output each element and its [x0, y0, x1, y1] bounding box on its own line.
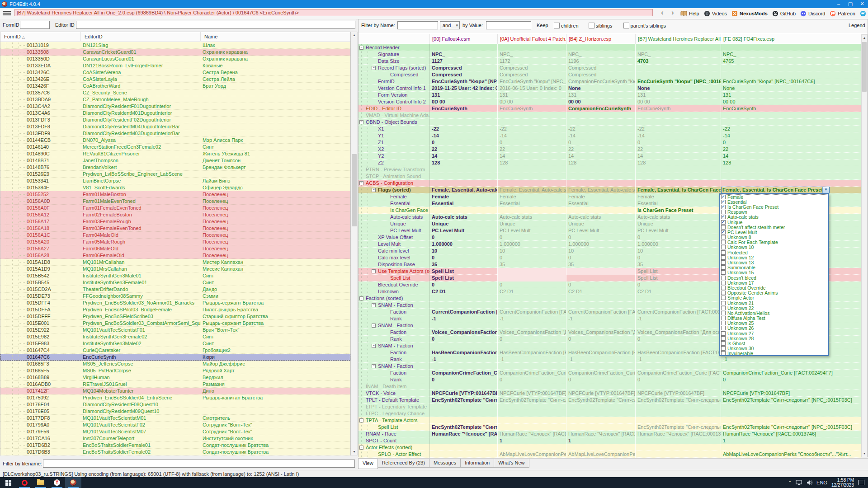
element-row-inam-death-item[interactable]: INAM - Death item [359, 383, 861, 390]
unchecked-checkbox-icon[interactable] [721, 270, 726, 275]
element-row-x2[interactable]: X22222222222 [359, 146, 861, 153]
record-row-00133508[interactable]: 00133508CaravanCricketGuard01Охранник ка… [0, 49, 350, 56]
scroll-up-icon[interactable]: ▲ [351, 32, 357, 38]
plugin-column-header-4[interactable]: [FE 082] FO4Fixes.esp [721, 34, 861, 44]
nav-back-button[interactable]: ‹ [658, 8, 667, 18]
tab-referenced-by-23-[interactable]: Referenced By (23) [377, 459, 429, 468]
element-row-y2[interactable]: Y21414141414 [359, 153, 861, 160]
flag-option-doesn-t-bleed[interactable]: Doesn't bleed [720, 275, 828, 280]
record-row-00155252[interactable]: 00155252Farm01MaleBostonПоселенец [0, 191, 350, 198]
flag-option-unknown-25[interactable]: Unknown 25 [720, 321, 828, 326]
unchecked-checkbox-icon[interactable] [721, 255, 726, 260]
flag-option-unknown-28[interactable]: Unknown 28 [720, 336, 828, 341]
record-row-0016ADB0[interactable]: 0016ADB0RETravelJS01GruelРазмазня [0, 381, 350, 388]
element-row-flags-sorted-[interactable]: −Flags (sorted)Female, Essential, Auto-c… [359, 187, 861, 193]
element-row-faction[interactable]: FactionCompanionCrimeFaction_Curie ...Co… [359, 370, 861, 376]
element-row-z2[interactable]: Z2128128128128128 [359, 160, 861, 166]
right-scrollbar[interactable]: ▲ ▼ [861, 34, 868, 457]
keep-parent-s-siblings-checkbox[interactable]: parent's siblings [623, 23, 666, 28]
record-row-0014890C[interactable]: 0014890CREVault81CitizenPrisonerЖитель У… [0, 150, 350, 157]
taskbar-opera[interactable] [16, 477, 33, 488]
record-row-00156A17[interactable]: 00156A17Farm03FemaleRoughПоселенец [0, 218, 350, 225]
flag-option-unknown-21[interactable]: Unknown 21 [720, 300, 828, 305]
record-row-00144ECB[interactable]: 00144ECBDN070_AlyssaМэр Алисса Парк [0, 137, 350, 144]
record-row-0015CD2A[interactable]: 0015CD2ATheaterDrifterDandoДандо [0, 286, 350, 293]
flag-option-unknown-13[interactable]: Unknown 13 [720, 260, 828, 265]
plugin-column-header-3[interactable]: [B7] Wasteland Heroines Replacer All in … [636, 34, 721, 44]
element-row-rnam-race[interactable]: RNAM - RaceHumanRace "Человек" [RACE:0..… [359, 431, 861, 437]
maximize-button[interactable]: ▢ [844, 0, 856, 8]
record-row-0013BDA9[interactable]: 0013BDA9CZ_PatronMelee_MaleRough [0, 96, 350, 103]
record-row-0015E001[interactable]: 0015E001Prydwen_EncBoSSoldier03_CombatAr… [0, 320, 350, 327]
record-row-0013426C[interactable]: 0013426CCoASisterVerenaСестра Верена [0, 69, 350, 76]
element-row-signature[interactable]: SignatureNPC_NPC_NPC_NPC_NPC_ [359, 51, 861, 58]
element-row-ltpt-legendary-template[interactable]: LTPT - Legendary Template [359, 404, 861, 410]
record-row-00168B89[interactable]: 00168B89VirgilHumanВерджил [0, 374, 350, 381]
record-row-001647C4[interactable]: 001647C4CurieQCaretakerГробовщик2 [0, 347, 350, 354]
record-row-0017D6B2[interactable]: 0017D6B2EncBoSTraitsSoldierFemale01Солда… [0, 442, 350, 449]
record-row-001685F5[interactable]: 001685F5MS05_PvtHartCorpseРядовой Харт [0, 367, 350, 374]
unchecked-checkbox-icon[interactable] [721, 336, 726, 341]
checked-checkbox-icon[interactable] [721, 205, 726, 209]
element-row-record-header[interactable]: −Record Header [359, 44, 861, 51]
filter-by-value-input[interactable] [486, 21, 531, 29]
element-row-actor-effects-sorted-[interactable]: −Actor Effects (sorted) [359, 444, 861, 451]
flag-option-no-activation-hellos[interactable]: No Activation/Hellos [720, 310, 828, 315]
record-row-001796A0[interactable]: 001796A0MQ101VaultTecScientistF02Сотрудн… [0, 422, 350, 428]
toolbar-link-ko-fi[interactable]: Ko-Fi [860, 10, 868, 17]
record-row-0015E922[interactable]: 0015E922MQ101VaultTecScientistF01Врач "В… [0, 327, 350, 333]
collapse-icon[interactable]: − [359, 446, 363, 450]
tab-what-s-new[interactable]: What's New [494, 459, 529, 468]
record-row-0013FDF3[interactable]: 0013FDF3DiamondCityResidentF02DugoutInte… [0, 117, 350, 123]
minimize-button[interactable]: – [833, 0, 844, 8]
legend-link[interactable]: Legend [849, 23, 865, 28]
element-row-y1[interactable]: Y1-14-14-14-14-14 [359, 132, 861, 139]
record-row-00176E04[interactable]: 00176E04DiamondCityResidentF08Quest10 [0, 401, 350, 408]
collapse-icon[interactable]: − [359, 418, 363, 422]
unchecked-checkbox-icon[interactable] [721, 240, 726, 244]
record-row-00156A18[interactable]: 00156A18Farm03FemaleEvenTonedПоселенец [0, 225, 350, 232]
record-row-0013C4A6[interactable]: 0013C4A6DiamondCityResidentM01DugoutInte… [0, 110, 350, 117]
record-row-00156A0D[interactable]: 00156A0DFarm01MaleEvenTonedПоселенец [0, 198, 350, 205]
taskbar-explorer[interactable] [33, 477, 49, 488]
record-row-00156A1C[interactable]: 00156A1CFarm04MaleOldПоселенец [0, 232, 350, 239]
unchecked-checkbox-icon[interactable] [721, 326, 726, 330]
unchecked-checkbox-icon[interactable] [721, 276, 726, 280]
element-row-version-control-info-1[interactable]: Version Control Info 12019-11-25 User: 4… [359, 85, 861, 92]
flag-option-unknown-17[interactable]: Unknown 17 [720, 280, 828, 285]
flag-option-protected[interactable]: Protected [720, 250, 828, 255]
element-row-splo-actor-effect[interactable]: SPLO - Actor EffectAbMapLiveLoveCompanio… [359, 451, 861, 458]
scroll-down-icon[interactable]: ▼ [862, 450, 867, 457]
record-row-00156A0F[interactable]: 00156A0FFarm01FemaleEvenTonedПоселенец [0, 205, 350, 211]
element-row-ptrn-preview-transform[interactable]: PTRN - Preview Transform [359, 166, 861, 173]
element-row-obnd-object-bounds[interactable]: −OBND - Object Bounds [359, 119, 861, 126]
flags-combo-editor[interactable]: Female, Essential, Is CharGen Face Prese… [721, 187, 830, 193]
checked-checkbox-icon[interactable] [721, 230, 726, 235]
unchecked-checkbox-icon[interactable] [721, 351, 726, 356]
record-row-0013350D[interactable]: 0013350DCaravanLucasGuard01Охранник кара… [0, 56, 350, 62]
toolbar-link-videos[interactable]: Videos [704, 10, 727, 17]
taskbar-fo4edit[interactable] [65, 477, 81, 488]
filter-filename-input[interactable] [43, 460, 355, 468]
record-row-0015DFFA[interactable]: 0015DFFAPrydwen_EncBoSPilot03_BridgeFema… [0, 306, 350, 313]
record-row-0017CA16[interactable]: 0017CA16Inst307CourserTeleportИнститутск… [0, 435, 350, 442]
flag-option-unknown-30[interactable]: Unknown 30 [720, 346, 828, 351]
record-row-00179F56[interactable]: 00179F56MQ101VaultTecScientistM07Сотрудн… [0, 428, 350, 435]
collapse-icon[interactable]: − [359, 46, 363, 50]
record-row-001685F3[interactable]: 001685F3MS05_JefferiesCorpseМайор Джеффр… [0, 361, 350, 367]
record-row-00175092[interactable]: 00175092Prydwen_EncBoSSoldier04_EntrySce… [0, 394, 350, 401]
collapse-icon[interactable]: − [359, 120, 363, 124]
nav-forward-button[interactable]: › [668, 8, 677, 18]
unchecked-checkbox-icon[interactable] [721, 260, 726, 265]
unchecked-checkbox-icon[interactable] [721, 225, 726, 230]
flag-option-pc-level-mult[interactable]: PC Level Mult [720, 230, 828, 235]
editorid-input[interactable] [76, 21, 355, 29]
unchecked-checkbox-icon[interactable] [721, 210, 726, 214]
flag-option-opposite-gender-anims[interactable]: Opposite Gender Anims [720, 291, 828, 296]
language-indicator[interactable]: ENG [816, 480, 827, 485]
filter-by-name-input[interactable] [397, 21, 438, 29]
flag-option-auto-calc-stats[interactable]: Auto-calc stats [720, 215, 828, 220]
record-row-00131019[interactable]: 00131019DN121SlagШлак [0, 42, 350, 49]
unchecked-checkbox-icon[interactable] [721, 311, 726, 315]
record-row-00176E05[interactable]: 00176E05DiamondCityResidentM09Quest10 [0, 408, 350, 415]
